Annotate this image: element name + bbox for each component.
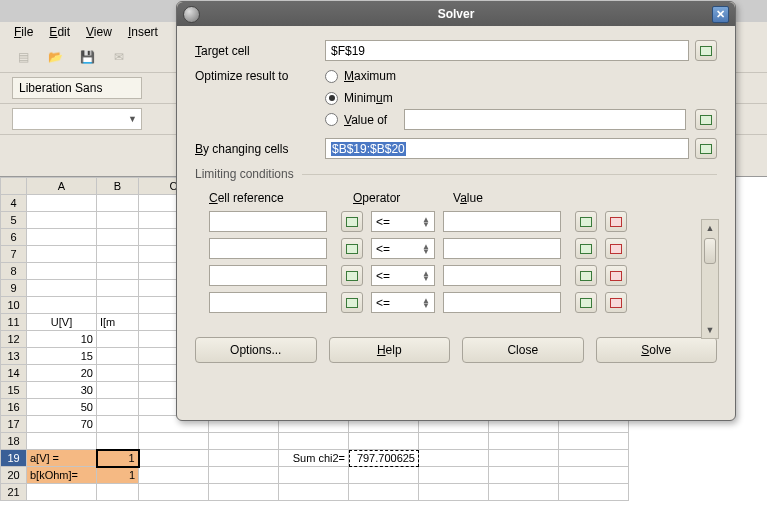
row-header[interactable]: 4 [1,195,27,212]
value-header: Value [453,191,583,205]
cell[interactable]: 15 [27,348,97,365]
operator-select[interactable]: <=▲▼ [371,238,435,259]
changing-cells-value: $B$19:$B$20 [331,142,406,156]
valueof-picker[interactable] [695,109,717,130]
row-header[interactable]: 17 [1,416,27,433]
row-header[interactable]: 14 [1,365,27,382]
value-input[interactable] [443,292,561,313]
target-cell-picker[interactable] [695,40,717,61]
value-picker[interactable] [575,265,597,286]
row-header[interactable]: 16 [1,399,27,416]
cell[interactable]: 70 [27,416,97,433]
delete-condition-button[interactable] [605,292,627,313]
shrink-icon [700,144,712,154]
cell[interactable]: 50 [27,399,97,416]
operator-select[interactable]: <=▲▼ [371,211,435,232]
cellref-input[interactable] [209,292,327,313]
delete-icon [610,298,622,308]
col-header-A[interactable]: A [27,178,97,195]
conditions-scrollbar[interactable]: ▲ ▼ [701,219,719,339]
menu-file[interactable]: File [14,25,33,39]
window-menu-icon[interactable] [183,6,200,23]
cellref-input[interactable] [209,211,327,232]
shrink-icon [580,217,592,227]
row-header[interactable]: 6 [1,229,27,246]
corner-header[interactable] [1,178,27,195]
cell-active[interactable]: 1 [97,450,139,467]
cellref-picker[interactable] [341,292,363,313]
row-header[interactable]: 20 [1,467,27,484]
row-header[interactable]: 8 [1,263,27,280]
close-button[interactable]: Close [462,337,584,363]
target-cell-input[interactable] [325,40,689,61]
cellref-input[interactable] [209,265,327,286]
cellref-picker[interactable] [341,238,363,259]
value-input[interactable] [443,238,561,259]
scroll-thumb[interactable] [704,238,716,264]
scroll-up-icon[interactable]: ▲ [702,220,718,236]
close-icon[interactable]: ✕ [712,6,729,23]
cell[interactable]: U[V] [27,314,97,331]
solve-button[interactable]: Solve [596,337,718,363]
save-icon[interactable]: 💾 [76,46,98,68]
radio-maximum[interactable] [325,70,338,83]
row-header[interactable]: 21 [1,484,27,501]
row-header[interactable]: 7 [1,246,27,263]
menu-edit[interactable]: Edit [49,25,70,39]
shrink-icon [346,217,358,227]
cell[interactable]: 10 [27,331,97,348]
operator-select[interactable]: <=▲▼ [371,292,435,313]
cellref-picker[interactable] [341,265,363,286]
value-input[interactable] [443,265,561,286]
radio-minimum[interactable] [325,92,338,105]
row-header[interactable]: 5 [1,212,27,229]
row-header[interactable]: 11 [1,314,27,331]
cell[interactable]: b[kOhm]= [27,467,97,484]
cell-sumchi2[interactable]: 797.700625 [349,450,419,467]
operator-select[interactable]: <=▲▼ [371,265,435,286]
row-header[interactable]: 9 [1,280,27,297]
name-box[interactable]: ▼ [12,108,142,130]
row-header[interactable]: 10 [1,297,27,314]
value-picker[interactable] [575,211,597,232]
menu-view[interactable]: View [86,25,112,39]
value-input[interactable] [443,211,561,232]
cellref-header: Cell reference [209,191,339,205]
delete-condition-button[interactable] [605,211,627,232]
font-name-box[interactable]: Liberation Sans [12,77,142,99]
cell[interactable]: 30 [27,382,97,399]
scroll-down-icon[interactable]: ▼ [702,322,718,338]
condition-row: <=▲▼ [209,238,717,259]
open-icon[interactable]: 📂 [44,46,66,68]
row-header[interactable]: 15 [1,382,27,399]
row-header-selected[interactable]: 19 [1,450,27,467]
delete-condition-button[interactable] [605,238,627,259]
row-header[interactable]: 18 [1,433,27,450]
changing-cells-picker[interactable] [695,138,717,159]
value-picker[interactable] [575,238,597,259]
cell[interactable]: I[m [97,314,139,331]
radio-valueof[interactable] [325,113,338,126]
changing-cells-input[interactable]: $B$19:$B$20 [325,138,689,159]
delete-icon [610,217,622,227]
delete-condition-button[interactable] [605,265,627,286]
cell[interactable]: a[V] = [27,450,97,467]
cellref-input[interactable] [209,238,327,259]
options-button[interactable]: Options... [195,337,317,363]
mail-icon[interactable]: ✉ [108,46,130,68]
dialog-titlebar[interactable]: Solver ✕ [177,2,735,26]
cell[interactable]: 20 [27,365,97,382]
menu-insert[interactable]: Insert [128,25,158,39]
cellref-picker[interactable] [341,211,363,232]
cell[interactable]: Sum chi2= [279,450,349,467]
new-icon[interactable]: ▤ [12,46,34,68]
condition-row: <=▲▼ [209,292,717,313]
col-header-B[interactable]: B [97,178,139,195]
help-button[interactable]: Help [329,337,451,363]
valueof-input[interactable] [404,109,686,130]
row-header[interactable]: 12 [1,331,27,348]
shrink-icon [346,244,358,254]
row-header[interactable]: 13 [1,348,27,365]
value-picker[interactable] [575,292,597,313]
cell[interactable]: 1 [97,467,139,484]
